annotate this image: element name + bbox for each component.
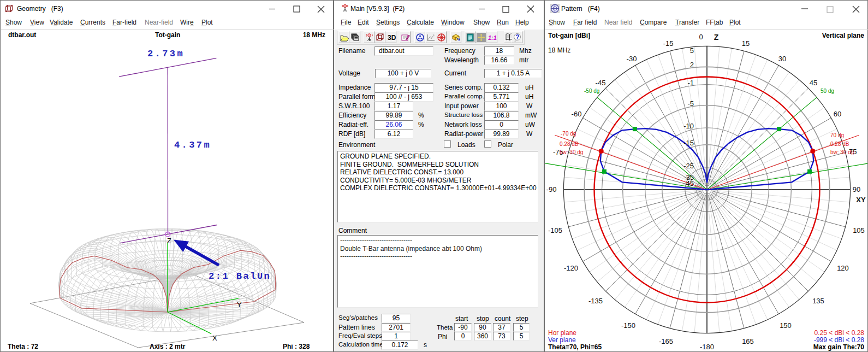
svg-text:X: X bbox=[212, 334, 217, 342]
svg-text:-135: -135 bbox=[588, 297, 603, 305]
svg-text:-5: -5 bbox=[687, 99, 694, 108]
svg-text:-90: -90 bbox=[546, 185, 557, 193]
svg-text:-25: -25 bbox=[683, 162, 694, 170]
svg-text:-120: -120 bbox=[564, 264, 578, 272]
svg-text:120: 120 bbox=[837, 264, 849, 272]
svg-text:3D: 3D bbox=[388, 34, 396, 42]
svg-text:-165: -165 bbox=[659, 337, 673, 345]
svg-text:135: 135 bbox=[812, 297, 824, 305]
svg-text:-45: -45 bbox=[596, 79, 606, 87]
svg-text:-45: -45 bbox=[683, 179, 694, 187]
svg-text:-1: -1 bbox=[687, 79, 694, 87]
svg-text:105: 105 bbox=[853, 226, 865, 234]
svg-text:XY: XY bbox=[856, 196, 866, 204]
svg-text:-10: -10 bbox=[683, 122, 694, 130]
svg-text:Y: Y bbox=[237, 301, 242, 309]
svg-text:Z: Z bbox=[167, 237, 171, 245]
svg-text:0: 0 bbox=[699, 33, 703, 41]
svg-text:45: 45 bbox=[810, 79, 817, 87]
svg-text:60: 60 bbox=[834, 110, 841, 118]
svg-text:15: 15 bbox=[742, 39, 750, 48]
svg-text:-180: -180 bbox=[700, 343, 714, 351]
svg-text:-105: -105 bbox=[548, 226, 562, 234]
svg-text:5: 5 bbox=[690, 46, 694, 55]
svg-text:-15: -15 bbox=[663, 39, 674, 48]
svg-text:90: 90 bbox=[853, 185, 860, 193]
svg-text:1:1: 1:1 bbox=[488, 34, 497, 41]
svg-text:30: 30 bbox=[778, 55, 786, 63]
svg-text:Z: Z bbox=[714, 33, 719, 42]
svg-text:-15: -15 bbox=[683, 139, 694, 147]
svg-text:-30: -30 bbox=[627, 55, 637, 63]
svg-text:-150: -150 bbox=[621, 321, 635, 330]
svg-text:2: 2 bbox=[690, 61, 694, 69]
svg-text:-60: -60 bbox=[572, 110, 582, 118]
svg-text:150: 150 bbox=[780, 321, 792, 330]
